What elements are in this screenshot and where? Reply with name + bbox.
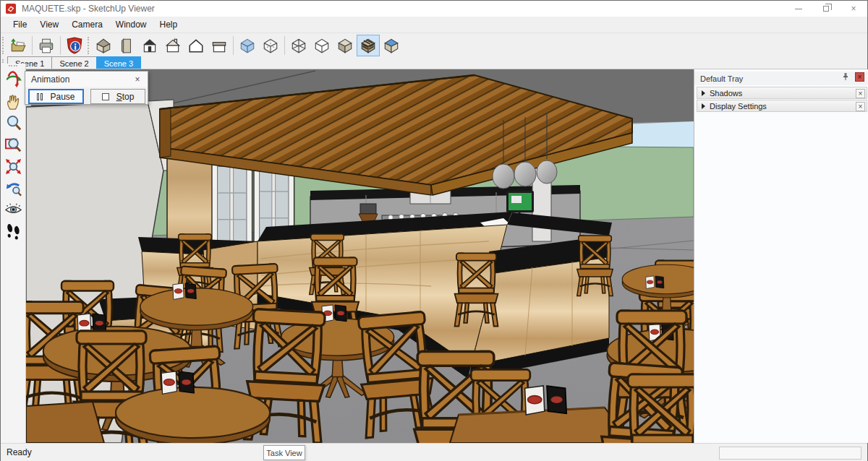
view-iso-icon xyxy=(95,37,112,54)
toolbar-separator xyxy=(284,36,285,55)
close-button[interactable]: × xyxy=(840,1,867,17)
look-around-button[interactable] xyxy=(2,199,24,220)
view-right-button[interactable] xyxy=(161,35,184,56)
chevron-right-icon xyxy=(702,90,705,96)
chevron-right-icon xyxy=(702,103,705,109)
close-icon: × xyxy=(851,4,856,14)
previous-view-button[interactable] xyxy=(2,177,24,199)
toolbar-drag-handle[interactable] xyxy=(88,37,90,54)
zoom-icon xyxy=(4,114,22,132)
look-around-icon xyxy=(4,201,22,219)
zoom-window-icon xyxy=(4,136,22,154)
style-shaded-icon xyxy=(336,37,354,54)
view-top-icon xyxy=(118,37,135,54)
orbit-button[interactable] xyxy=(2,69,24,90)
zoom-extents-icon xyxy=(4,158,22,176)
task-view-tooltip: Task View xyxy=(263,445,305,460)
pan-button[interactable] xyxy=(2,90,24,112)
menu-bar: File View Camera Window Help xyxy=(1,17,867,33)
view-front-icon xyxy=(141,37,158,54)
zoom-button[interactable] xyxy=(2,112,24,134)
view-left-button[interactable] xyxy=(208,35,231,56)
menu-view[interactable]: View xyxy=(33,17,65,32)
status-bar: Ready xyxy=(1,443,867,461)
style-back-edges-button[interactable] xyxy=(259,35,282,56)
menu-file[interactable]: File xyxy=(7,17,33,32)
view-iso-button[interactable] xyxy=(92,35,115,56)
tray-section-label: Display Settings xyxy=(710,102,767,111)
print-button[interactable] xyxy=(35,35,58,56)
style-monochrome-icon xyxy=(383,37,400,54)
style-xray-icon xyxy=(239,37,256,54)
style-monochrome-button[interactable] xyxy=(380,35,403,56)
restore-button[interactable] xyxy=(812,1,840,17)
toolbar-separator xyxy=(233,36,234,55)
restore-icon xyxy=(823,6,829,12)
zoom-window-button[interactable] xyxy=(2,134,24,155)
model-info-icon xyxy=(66,37,83,54)
measurements-box[interactable] xyxy=(719,447,861,460)
open-icon xyxy=(9,37,27,54)
previous-view-icon xyxy=(4,179,22,197)
stop-icon xyxy=(102,93,109,100)
scene-tab-bar: Scene 1 Scene 2 Scene 3 xyxy=(1,57,867,69)
tray-title: Default Tray xyxy=(700,74,743,83)
view-back-button[interactable] xyxy=(184,35,208,56)
print-icon xyxy=(38,37,55,54)
pause-button[interactable]: Pause xyxy=(28,89,84,104)
toolbar-drag-handle[interactable] xyxy=(2,37,5,54)
pan-icon xyxy=(4,92,22,111)
tab-scene-2[interactable]: Scene 2 xyxy=(51,56,96,69)
pause-icon xyxy=(37,93,43,100)
toolbar-separator xyxy=(32,36,33,55)
menu-window[interactable]: Window xyxy=(109,17,153,32)
view-left-icon xyxy=(210,37,228,54)
style-xray-button[interactable] xyxy=(236,35,259,56)
minimize-button[interactable] xyxy=(785,1,812,17)
menu-help[interactable]: Help xyxy=(153,17,184,32)
tray-close-button[interactable]: × xyxy=(855,72,864,82)
main-toolbar xyxy=(1,33,867,57)
walk-button[interactable] xyxy=(2,220,24,242)
stop-button-label: Stop xyxy=(116,92,135,102)
sketchup-logo-icon xyxy=(6,4,16,14)
zoom-extents-button[interactable] xyxy=(2,155,24,177)
section-close-button[interactable]: × xyxy=(856,89,865,98)
content-area: Default Tray × Shadows × Display Setting… xyxy=(1,69,867,443)
view-front-button[interactable] xyxy=(138,35,161,56)
default-tray-panel: Default Tray × Shadows × Display Setting… xyxy=(694,69,868,443)
animation-dialog: Animation × Pause Stop xyxy=(25,71,148,105)
tray-section-shadows[interactable]: Shadows × xyxy=(697,87,867,99)
style-shaded-textures-button[interactable] xyxy=(357,35,380,56)
view-back-icon xyxy=(187,37,205,54)
open-button[interactable] xyxy=(7,35,30,56)
tray-section-label: Shadows xyxy=(710,89,742,98)
orbit-icon xyxy=(4,71,22,89)
view-right-icon xyxy=(164,37,182,54)
stop-button[interactable]: Stop xyxy=(90,89,145,104)
walk-icon xyxy=(4,223,22,241)
app-window: MAQUETE.skp - SketchUp Viewer × File Vie… xyxy=(0,0,868,461)
menu-camera[interactable]: Camera xyxy=(65,17,109,32)
window-title: MAQUETE.skp - SketchUp Viewer xyxy=(22,4,155,14)
minimize-icon xyxy=(795,9,802,9)
view-top-button[interactable] xyxy=(115,35,138,56)
style-wireframe-button[interactable] xyxy=(287,35,310,56)
dialog-close-button[interactable]: × xyxy=(132,74,143,85)
status-message: Ready xyxy=(7,447,32,457)
style-hidden-line-button[interactable] xyxy=(310,35,333,56)
3d-viewport[interactable] xyxy=(26,69,694,443)
model-info-button[interactable] xyxy=(63,35,86,56)
style-wireframe-icon xyxy=(290,37,307,54)
pause-button-label: Pause xyxy=(50,92,75,102)
camera-toolbar-drag-handle[interactable] xyxy=(9,65,17,68)
tray-section-display-settings[interactable]: Display Settings × xyxy=(697,100,867,112)
camera-toolbar xyxy=(1,64,26,443)
title-bar: MAQUETE.skp - SketchUp Viewer × xyxy=(1,1,867,17)
style-hidden-line-icon xyxy=(313,37,331,54)
tab-scene-3[interactable]: Scene 3 xyxy=(96,56,141,69)
pin-icon[interactable] xyxy=(841,72,850,81)
animation-dialog-title: Animation xyxy=(25,72,148,87)
section-close-button[interactable]: × xyxy=(856,102,865,111)
style-shaded-button[interactable] xyxy=(333,35,357,56)
